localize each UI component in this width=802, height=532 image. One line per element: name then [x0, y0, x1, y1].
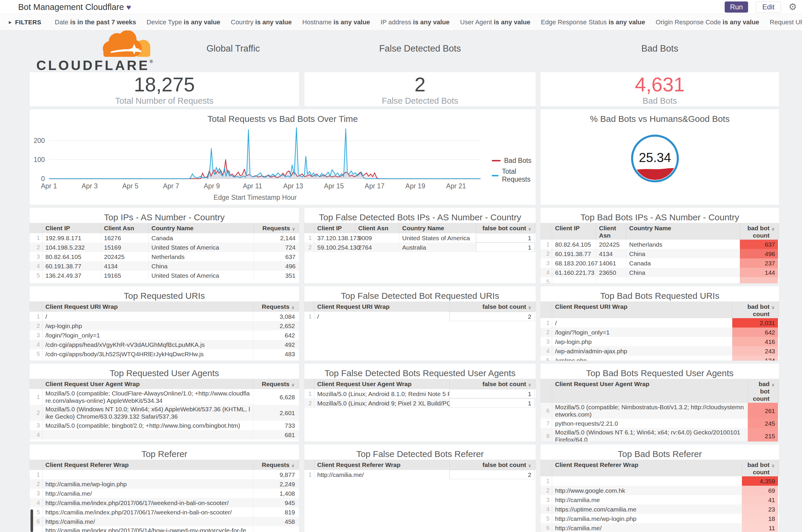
column-header[interactable]: Country Name — [626, 223, 740, 240]
cell — [552, 476, 742, 486]
filter-chip[interactable]: Edge Response Status is any value — [541, 18, 645, 26]
filter-chip[interactable]: Origin Response Code is any value — [655, 18, 759, 26]
table-header-row: Client Request URI Wrapfalse bot count∨ — [304, 301, 536, 312]
cell: http://camilia.me/ — [552, 523, 742, 532]
table-row: 3Mozilla/5.0 (compatible; bingbot/2.0; +… — [30, 421, 299, 430]
table: Client Request User Agent Wrapfalse bot … — [304, 379, 536, 408]
chart-legend[interactable]: Bad BotsTotal Requests — [492, 157, 536, 186]
rank-header — [304, 301, 314, 312]
cell: 215 — [748, 428, 778, 442]
filter-chip[interactable]: IP address is any value — [381, 18, 450, 26]
column-header[interactable]: Client IP — [552, 223, 596, 240]
table-title: Top Bad Bots Requested URIs — [540, 286, 779, 301]
column-header[interactable]: bad bot count∨ — [748, 379, 778, 403]
column-header[interactable]: Client Request Referer Wrap — [314, 460, 450, 470]
column-header[interactable]: Requests∨ — [253, 460, 298, 470]
gauge-title: % Bad Bots vs Humans&Good Bots — [540, 109, 779, 125]
row-rank: 6 — [540, 403, 552, 419]
filter-chip[interactable]: User Agent is any value — [460, 18, 531, 26]
cell: 637 — [740, 240, 778, 249]
filter-chip[interactable]: Country is any value — [231, 18, 292, 26]
column-header[interactable]: Client Asn — [101, 223, 149, 233]
column-header[interactable]: false bot count∨ — [450, 379, 535, 389]
cell: /wp-login.php — [42, 321, 253, 330]
filter-chip[interactable]: Hostname is any value — [302, 18, 370, 26]
legend-item[interactable]: Total Requests — [492, 168, 536, 184]
table-row: 3/login/?login_only=1642 — [30, 330, 299, 340]
table-header-row: Client IPClient AsnCountry NameRequests∨ — [30, 223, 299, 233]
table-row: 7http://camilia.me/index.php/2017/05/14/… — [30, 526, 299, 532]
column-header[interactable]: Country Name — [149, 223, 254, 233]
column-header[interactable]: false bot count∨ — [450, 460, 535, 470]
table-row: 137.120.138.1739009United States of Amer… — [304, 233, 536, 243]
run-button[interactable]: Run — [725, 1, 748, 13]
cell: /wp-login.php — [552, 337, 732, 346]
column-header[interactable]: Client Request User Agent Wrap — [552, 379, 748, 403]
table-title: Top False Detected Bot Requested URIs — [304, 286, 536, 301]
cell: 3,084 — [253, 312, 298, 321]
gear-icon[interactable]: ⚙ — [788, 1, 797, 13]
table-title: Top IPs - AS Number - Country — [30, 208, 299, 223]
filter-bar[interactable]: ▸ FILTERS Date is in the past 7 weeksDev… — [0, 14, 802, 31]
row-rank: 8 — [540, 428, 552, 442]
table-header-row: Client Request User Agent Wrapfalse bot … — [304, 379, 536, 389]
column-header[interactable]: Client Request Referer Wrap — [42, 460, 253, 470]
cloudflare-cloud-icon — [100, 27, 154, 60]
filter-chip[interactable]: Date is in the past 7 weeks — [55, 18, 136, 26]
cell: Mozilla/5.0 (Linux; Android 9; Pixel 2 X… — [314, 398, 450, 408]
table-header-row: Client IPClient AsnCountry Namebad bot c… — [540, 223, 779, 240]
filters-caret-icon[interactable]: ▸ — [9, 19, 12, 25]
column-header[interactable]: Requests∨ — [253, 301, 298, 312]
svg-text:Apr 11: Apr 11 — [243, 182, 262, 190]
filters-label[interactable]: FILTERS — [15, 19, 41, 26]
cell: 2,249 — [253, 479, 298, 489]
tile-bad-bots-gauge: % Bad Bots vs Humans&Good Bots 25.34 — [540, 109, 780, 205]
table-title: Top Requested URIs — [30, 286, 299, 301]
column-header[interactable]: Client IP — [314, 223, 355, 233]
column-header[interactable]: Client Request URI Wrap — [42, 301, 253, 312]
row-rank: 4 — [540, 268, 552, 277]
column-header[interactable]: Country Name — [399, 223, 476, 233]
column-header[interactable]: Client Asn — [596, 223, 626, 240]
row-rank: 3 — [30, 330, 42, 340]
column-header[interactable]: bad bot count∨ — [742, 460, 778, 476]
cell: 59.100.254.130 — [314, 243, 355, 252]
column-header[interactable]: Client Request URI Wrap — [552, 301, 732, 318]
row-rank: 1 — [30, 389, 42, 405]
cell: 351 — [254, 271, 299, 280]
tile-false-bot-user-agents: Top False Detected Bots Requested User A… — [304, 363, 536, 442]
vertical-scrollbar-thumb[interactable] — [31, 510, 33, 532]
column-header[interactable]: Client Request Referer Wrap — [552, 460, 742, 476]
column-header[interactable]: bad bot count∨ — [732, 301, 778, 318]
legend-swatch — [492, 175, 499, 176]
table-title: Top Bad Bots Requested User Agents — [540, 364, 779, 379]
row-rank: 2 — [30, 405, 42, 421]
cell: https://camilia.me/ — [42, 517, 253, 526]
column-header[interactable]: false bot count∨ — [476, 223, 535, 233]
cell: Mozilla/5.0 (Windows NT 10.0; Win64; x64… — [42, 405, 253, 421]
kpi-tile-total-requests: 18,275 Total Number of Requests — [29, 72, 299, 107]
filter-chip[interactable]: Device Type is any value — [147, 18, 221, 26]
column-header[interactable]: false bot count∨ — [450, 301, 535, 312]
column-header[interactable]: Requests∨ — [254, 223, 299, 233]
table-row: 2http://www.google.com.hk69 — [540, 486, 779, 495]
column-header[interactable]: bad bot count∨ — [740, 223, 778, 240]
table-row: 5/xmlrpc.php124 — [540, 356, 779, 361]
cell: 136.24.49.37 — [42, 271, 101, 280]
column-header[interactable]: Requests∨ — [253, 379, 298, 389]
legend-swatch — [492, 160, 501, 162]
legend-item[interactable]: Bad Bots — [492, 157, 536, 165]
svg-text:100: 100 — [34, 156, 45, 164]
svg-text:Apr 13: Apr 13 — [283, 182, 303, 190]
column-header[interactable]: Client IP — [42, 223, 101, 233]
cell: 642 — [253, 330, 298, 340]
row-rank: 2 — [304, 243, 314, 252]
edit-button[interactable]: Edit — [756, 1, 781, 13]
row-rank: 1 — [304, 233, 314, 243]
column-header[interactable]: Client Request URI Wrap — [314, 301, 450, 312]
column-header[interactable]: Client Request User Agent Wrap — [42, 379, 253, 389]
table: Client IPClient AsnCountry Namefalse bot… — [304, 223, 536, 252]
column-header[interactable]: Client Asn — [355, 223, 399, 233]
filter-chip[interactable]: Request URI is any value — [770, 18, 802, 26]
column-header[interactable]: Client Request User Agent Wrap — [314, 379, 450, 389]
